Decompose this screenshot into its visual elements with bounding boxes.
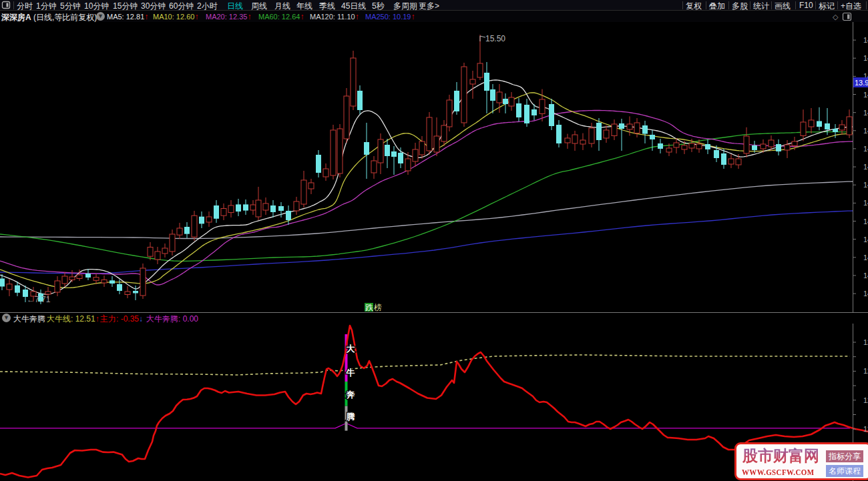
svg-text:14: 14 (863, 54, 868, 62)
svg-text:12: 12 (863, 367, 868, 375)
svg-text:14: 14 (863, 254, 868, 262)
svg-text:14: 14 (863, 272, 868, 280)
svg-text:榜: 榜 (373, 303, 382, 312)
svg-text:14: 14 (863, 109, 868, 117)
svg-text:14: 14 (863, 91, 868, 99)
svg-text:12: 12 (863, 425, 868, 433)
svg-text:大: 大 (347, 344, 356, 354)
svg-text:12: 12 (863, 396, 868, 404)
svg-text:14: 14 (863, 127, 868, 135)
svg-text:14: 14 (863, 217, 868, 225)
svg-text:12: 12 (863, 338, 868, 346)
svg-text:奔: 奔 (346, 390, 356, 400)
svg-text:14: 14 (863, 36, 868, 44)
svg-text:←7.71: ←7.71 (27, 295, 51, 304)
svg-text:14: 14 (863, 199, 868, 207)
svg-text:13.9: 13.9 (855, 79, 868, 87)
svg-text:14: 14 (863, 235, 868, 244)
svg-text:14: 14 (863, 163, 868, 171)
svg-text:腾: 腾 (346, 412, 356, 422)
svg-text:跌: 跌 (365, 303, 373, 312)
svg-text:14: 14 (863, 145, 868, 153)
svg-text:牛: 牛 (346, 368, 355, 378)
svg-text:15.50: 15.50 (485, 34, 505, 43)
svg-text:14: 14 (863, 290, 868, 298)
svg-text:14: 14 (863, 181, 868, 189)
